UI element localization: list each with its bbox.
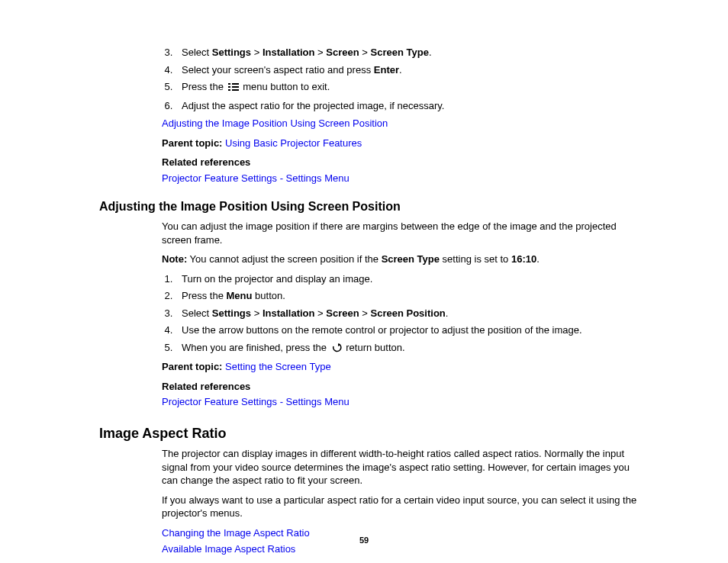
text: setting is set to [440, 253, 511, 265]
bold: 16:10 [511, 253, 536, 265]
text: Press the [182, 290, 227, 301]
link-related-reference[interactable]: Projector Feature Settings - Settings Me… [162, 172, 350, 184]
paragraph: If you always want to use a particular a… [162, 494, 644, 520]
list-item: Turn on the projector and display an ima… [176, 272, 644, 286]
parent-topic-label: Parent topic: [162, 361, 222, 372]
link-parent-topic[interactable]: Setting the Screen Type [225, 361, 331, 372]
sectionA-body: You can adjust the image position if the… [162, 220, 644, 409]
bold: Installation [263, 47, 315, 58]
text: You cannot adjust the screen position if… [187, 253, 381, 265]
svg-rect-3 [232, 86, 239, 88]
text: button. [252, 290, 285, 301]
text: Select your screen's aspect ratio and pr… [182, 64, 374, 76]
text: return button. [343, 342, 405, 353]
link-related-reference[interactable]: Projector Feature Settings - Settings Me… [162, 396, 350, 407]
note-paragraph: Note: You cannot adjust the screen posit… [162, 253, 644, 266]
text: . [536, 253, 540, 265]
text: > [315, 47, 327, 58]
list-item: Adjust the aspect ratio for the projecte… [176, 99, 644, 113]
list-item: Press the Menu button. [176, 289, 644, 303]
link-parent-topic[interactable]: Using Basic Projector Features [225, 137, 362, 149]
list-item: Use the arrow buttons on the remote cont… [176, 323, 644, 337]
text: Select [182, 47, 212, 58]
text: Select [182, 307, 212, 319]
list-item: Press the menu button to exit. [176, 80, 644, 95]
paragraph: The projector can display images in diff… [162, 447, 644, 487]
text: menu button to exit. [240, 81, 330, 92]
text: > [251, 47, 263, 58]
text: . [446, 307, 449, 319]
top-ordered-list: Select Settings > Installation > Screen … [162, 46, 644, 112]
intro-paragraph: You can adjust the image position if the… [162, 220, 644, 246]
list-item: Select Settings > Installation > Screen … [176, 46, 644, 60]
return-icon [331, 343, 342, 356]
bold: Screen [326, 47, 359, 58]
text: > [359, 307, 371, 319]
svg-rect-2 [228, 86, 230, 88]
text: > [359, 47, 371, 58]
svg-rect-0 [228, 83, 230, 85]
text: > [315, 307, 327, 319]
menu-icon [228, 82, 239, 95]
svg-rect-4 [228, 89, 230, 91]
text: Adjust the aspect ratio for the projecte… [182, 100, 444, 111]
bold: Screen Position [371, 307, 446, 319]
related-references-label: Related references [162, 381, 250, 392]
list-item: Select your screen's aspect ratio and pr… [176, 63, 644, 77]
parent-topic-label: Parent topic: [162, 137, 222, 149]
text: Press the [182, 81, 227, 92]
heading-adjusting-image-position: Adjusting the Image Position Using Scree… [99, 198, 644, 215]
list-item: Select Settings > Installation > Screen … [176, 307, 644, 320]
bold: Installation [263, 307, 315, 319]
bold: Settings [212, 307, 251, 319]
text: When you are finished, press the [182, 342, 330, 353]
text: . [429, 47, 432, 58]
svg-rect-5 [232, 89, 239, 91]
text: Turn on the projector and display an ima… [182, 273, 372, 285]
text: . [399, 64, 402, 76]
list-item: When you are finished, press the return … [176, 341, 644, 356]
bold: Screen [326, 307, 359, 319]
bold: Screen Type [382, 253, 440, 265]
note-label: Note: [162, 253, 187, 265]
page: Select Settings > Installation > Screen … [0, 0, 728, 563]
related-references-label: Related references [162, 156, 250, 168]
bold: Settings [212, 47, 251, 58]
page-number: 59 [0, 535, 728, 546]
top-block: Select Settings > Installation > Screen … [162, 46, 644, 185]
text: Use the arrow buttons on the remote cont… [182, 324, 582, 336]
bold: Screen Type [371, 47, 429, 58]
svg-rect-1 [232, 83, 239, 85]
link-adjust-image-position[interactable]: Adjusting the Image Position Using Scree… [162, 117, 388, 129]
bold: Menu [227, 290, 253, 301]
heading-image-aspect-ratio: Image Aspect Ratio [99, 424, 644, 442]
sectionA-ordered-list: Turn on the projector and display an ima… [162, 272, 644, 356]
text: > [251, 307, 263, 319]
bold: Enter [374, 64, 399, 76]
